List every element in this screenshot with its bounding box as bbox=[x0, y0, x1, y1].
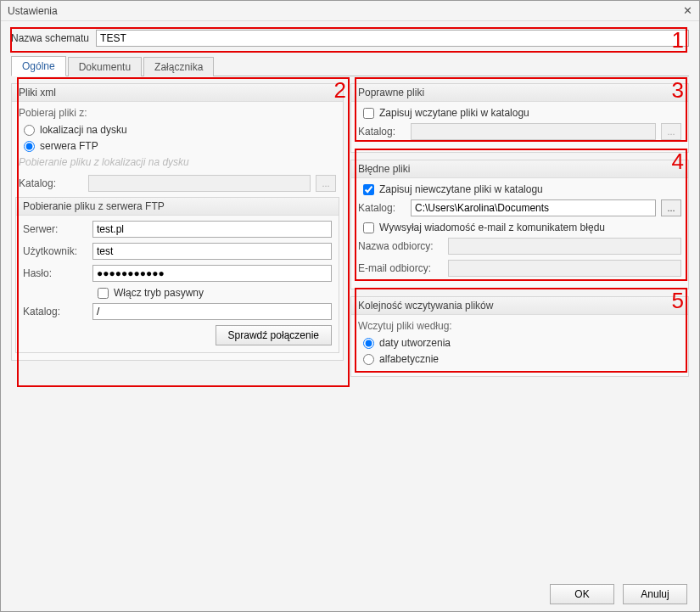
tabs: Ogólne Dokumentu Załącznika bbox=[11, 55, 689, 76]
group-wrong-title: Błędne pliki bbox=[351, 160, 688, 178]
ftp-passive-row: Włącz tryb pasywny bbox=[92, 287, 332, 299]
disk-katalog-input bbox=[88, 175, 311, 192]
ftp-katalog-label: Katalog: bbox=[23, 306, 87, 317]
check-connection-button[interactable]: Sprawdź połączenie bbox=[216, 325, 332, 345]
ftp-pass-row: Hasło: bbox=[23, 265, 332, 282]
wrong-browse-button[interactable]: ... bbox=[661, 199, 681, 216]
order-date-label: daty utworzenia bbox=[379, 337, 451, 349]
tab-document[interactable]: Dokumentu bbox=[68, 57, 142, 76]
tab-content: Pliki xml Pobieraj pliki z: lokalizacji … bbox=[11, 83, 689, 401]
group-order: Kolejność wczytywania plików Wczytuj pli… bbox=[350, 296, 689, 377]
recipient-email-label: E-mail odbiorcy: bbox=[358, 262, 443, 274]
order-alpha-row: alfabetycznie bbox=[358, 353, 681, 365]
wrong-katalog-input[interactable] bbox=[411, 199, 656, 216]
group-xml-title: Pliki xml bbox=[12, 84, 343, 102]
window-title: Ustawienia bbox=[8, 5, 58, 17]
tab-general[interactable]: Ogólne bbox=[11, 56, 66, 76]
group-order-title: Kolejność wczytywania plików bbox=[351, 297, 688, 315]
cancel-button[interactable]: Anuluj bbox=[623, 584, 687, 604]
ftp-katalog-row: Katalog: bbox=[23, 303, 332, 320]
radio-ftp-row: serwera FTP bbox=[19, 140, 336, 152]
ftp-user-row: Użytkownik: bbox=[23, 243, 332, 260]
tab-attachment[interactable]: Załącznika bbox=[143, 57, 214, 76]
ftp-subgroup: Pobieranie pliku z serwera FTP Serwer: U… bbox=[15, 197, 339, 353]
radio-disk[interactable] bbox=[24, 125, 35, 136]
group-wrong: Błędne pliki Zapisuj niewczytane pliki w… bbox=[350, 160, 689, 289]
ftp-server-row: Serwer: bbox=[23, 221, 332, 238]
disk-katalog-row: Katalog: ... bbox=[19, 175, 336, 192]
order-alpha-radio[interactable] bbox=[363, 354, 374, 365]
left-column: Pliki xml Pobieraj pliki z: lokalizacji … bbox=[11, 83, 344, 401]
radio-disk-label: lokalizacji na dysku bbox=[40, 124, 127, 136]
order-alpha-label: alfabetycznie bbox=[379, 353, 439, 365]
download-from-label: Pobieraj pliki z: bbox=[19, 107, 336, 119]
radio-ftp[interactable] bbox=[24, 141, 35, 152]
recipient-name-label: Nazwa odbiorcy: bbox=[358, 240, 443, 252]
correct-katalog-row: Katalog: ... bbox=[358, 123, 681, 140]
ok-button[interactable]: OK bbox=[550, 584, 614, 604]
footer: OK Anuluj bbox=[1, 577, 699, 611]
ftp-subtitle: Pobieranie pliku z serwera FTP bbox=[16, 198, 339, 216]
ftp-pass-input[interactable] bbox=[92, 265, 332, 282]
order-subtitle: Wczytuj pliki według: bbox=[358, 320, 681, 332]
schema-row: Nazwa schematu bbox=[11, 30, 689, 47]
schema-input[interactable] bbox=[96, 30, 689, 47]
ftp-server-label: Serwer: bbox=[23, 223, 87, 235]
settings-window: Ustawienia ✕ Nazwa schematu Ogólne Dokum… bbox=[0, 0, 700, 612]
recipient-email-input bbox=[448, 260, 681, 277]
wrong-email-row: Wywsyłaj wiadomość e-mail z komunikatem … bbox=[358, 222, 681, 233]
correct-katalog-input bbox=[411, 123, 656, 140]
correct-katalog-label: Katalog: bbox=[358, 126, 406, 138]
wrong-save-label: Zapisuj niewczytane pliki w katalogu bbox=[379, 183, 543, 195]
disk-browse-button: ... bbox=[316, 175, 336, 192]
ftp-pass-label: Hasło: bbox=[23, 267, 87, 279]
wrong-save-row: Zapisuj niewczytane pliki w katalogu bbox=[358, 183, 681, 195]
wrong-katalog-row: Katalog: ... bbox=[358, 199, 681, 216]
ftp-passive-label: Włącz tryb pasywny bbox=[114, 287, 204, 299]
recipient-name-row: Nazwa odbiorcy: bbox=[358, 238, 681, 255]
wrong-save-checkbox[interactable] bbox=[363, 184, 374, 195]
recipient-name-input bbox=[448, 238, 681, 255]
radio-disk-row: lokalizacji na dysku bbox=[19, 124, 336, 136]
ftp-katalog-input[interactable] bbox=[92, 303, 332, 320]
disk-subtitle: Pobieranie pliku z lokalizacji na dysku bbox=[19, 156, 336, 168]
radio-ftp-label: serwera FTP bbox=[40, 140, 98, 152]
group-correct-title: Poprawne pliki bbox=[351, 84, 688, 102]
correct-save-label: Zapisuj wczytane pliki w katalogu bbox=[379, 107, 529, 119]
disk-katalog-label: Katalog: bbox=[19, 177, 83, 189]
schema-label: Nazwa schematu bbox=[11, 32, 89, 44]
group-correct: Poprawne pliki Zapisuj wczytane pliki w … bbox=[350, 83, 689, 153]
ftp-check-row: Sprawdź połączenie bbox=[23, 325, 332, 345]
order-date-radio[interactable] bbox=[363, 338, 374, 349]
order-date-row: daty utworzenia bbox=[358, 337, 681, 349]
titlebar: Ustawienia ✕ bbox=[1, 1, 699, 21]
ftp-user-label: Użytkownik: bbox=[23, 245, 87, 257]
correct-save-row: Zapisuj wczytane pliki w katalogu bbox=[358, 107, 681, 119]
ftp-user-input[interactable] bbox=[92, 243, 332, 260]
correct-save-checkbox[interactable] bbox=[363, 108, 374, 119]
ftp-passive-checkbox[interactable] bbox=[98, 288, 109, 299]
window-body: Nazwa schematu Ogólne Dokumentu Załączni… bbox=[1, 21, 699, 577]
group-xml: Pliki xml Pobieraj pliki z: lokalizacji … bbox=[11, 83, 344, 361]
right-column: Poprawne pliki Zapisuj wczytane pliki w … bbox=[350, 83, 689, 401]
wrong-email-label: Wywsyłaj wiadomość e-mail z komunikatem … bbox=[379, 222, 605, 233]
wrong-katalog-label: Katalog: bbox=[358, 202, 406, 214]
correct-browse-button: ... bbox=[661, 123, 681, 140]
close-icon[interactable]: ✕ bbox=[683, 4, 692, 17]
ftp-server-input[interactable] bbox=[92, 221, 332, 238]
wrong-email-checkbox[interactable] bbox=[363, 222, 374, 233]
recipient-email-row: E-mail odbiorcy: bbox=[358, 260, 681, 277]
